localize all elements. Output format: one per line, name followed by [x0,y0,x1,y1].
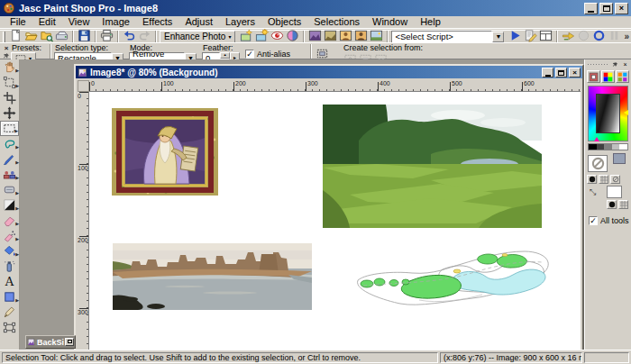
menu-selections[interactable]: Selections [307,16,366,28]
flyout-arrow-icon[interactable]: ▶ [15,221,19,226]
flyout-arrow-icon[interactable]: ▶ [15,83,19,88]
flyout-arrow-icon[interactable]: ▶ [15,68,19,73]
bg-color-style-button[interactable] [607,200,617,209]
palette-grip[interactable] [587,63,609,67]
freehand-selection-tool-icon[interactable]: ▶ [0,136,19,151]
menu-view[interactable]: View [62,16,96,28]
flyout-arrow-icon[interactable]: ▶ [15,297,19,303]
landscape-sample-icon[interactable] [369,29,384,42]
pen-tool-icon[interactable] [0,305,19,320]
texture-style-button[interactable] [599,175,608,184]
transparent-style-button[interactable] [610,175,620,184]
menu-layers[interactable]: Layers [219,16,261,28]
doc-close-button[interactable]: × [569,68,581,77]
flyout-arrow-icon[interactable]: ▶ [15,144,19,150]
mover-tool-icon[interactable] [0,105,19,121]
minimized-window-backsi[interactable]: BackSi [25,335,76,349]
palette-close-icon[interactable]: × [621,60,629,68]
crop-tool-icon[interactable] [0,90,19,105]
portrait-sample-2-icon[interactable] [353,29,369,42]
flood-fill-tool-icon[interactable]: ▶ [0,243,19,259]
foreground-material[interactable] [588,155,608,172]
pin-icon[interactable] [3,52,10,59]
scratch-remover-tool-icon[interactable]: ▶ [0,228,19,243]
selection-tool-icon[interactable]: ▶ [0,121,19,136]
menu-image[interactable]: Image [96,16,136,28]
background-properties-box[interactable] [607,186,622,198]
background-material[interactable] [613,153,626,164]
new-file-icon[interactable] [8,29,23,42]
rainbow-tab[interactable] [601,70,615,83]
saturation-box[interactable] [596,94,620,133]
dodge-burn-tool-icon[interactable]: ▶ [0,197,19,213]
undo-icon[interactable] [122,29,137,42]
custom-selection-icon[interactable] [315,47,330,60]
paint-brush-tool-icon[interactable]: ▶ [0,151,19,167]
flyout-arrow-icon[interactable]: ▶ [15,159,19,165]
menu-file[interactable]: File [4,16,32,28]
browse-icon[interactable] [39,29,54,42]
flyout-arrow-icon[interactable]: ▶ [15,205,19,211]
red-eye-removal-icon[interactable] [270,29,285,42]
toolbar-grip[interactable] [3,32,5,42]
preset-shape-tool-icon[interactable]: ▶ [0,289,19,305]
deform-tool-icon[interactable]: ▶ [0,75,19,90]
run-saved-script-icon[interactable] [561,29,576,42]
all-tools-checkbox[interactable]: ✓ [589,216,598,225]
minimize-button[interactable] [584,3,598,14]
airbrush-tool-icon[interactable] [0,259,19,274]
menu-effects[interactable]: Effects [136,16,178,28]
record-script-icon[interactable] [591,29,607,42]
open-folder-icon[interactable] [23,29,39,42]
flyout-arrow-icon[interactable]: ▶ [14,128,18,133]
grayscale-strip[interactable] [588,143,628,150]
automatic-color-balance-icon[interactable] [254,29,270,42]
script-select-dropdown-button[interactable]: ▼ [492,32,504,42]
twain-acquire-icon[interactable] [54,29,69,42]
antialias-checkbox[interactable]: ✓ [245,50,254,59]
color-picker[interactable] [588,86,628,141]
menu-edit[interactable]: Edit [32,16,62,28]
purple-frame-sample-icon[interactable] [307,29,323,42]
image-window[interactable]: Image8* @ 80% (Background) × 01002003004… [74,64,584,350]
menu-adjust[interactable]: Adjust [178,16,219,28]
edit-script-icon[interactable] [523,29,538,42]
menu-help[interactable]: Help [414,16,447,28]
menu-objects[interactable]: Objects [261,16,307,28]
doc-minimize-button[interactable] [542,68,553,77]
script-output-icon[interactable] [538,29,553,42]
doc-maximize-button[interactable] [555,68,567,77]
script-select-combo[interactable]: <Select Script> [391,31,492,43]
menu-window[interactable]: Window [366,16,414,28]
color-style-button[interactable] [587,175,597,184]
clone-brush-tool-icon[interactable]: ▶ [0,167,19,182]
flyout-arrow-icon[interactable]: ▶ [15,251,19,257]
portrait-sample-1-icon[interactable] [338,29,353,42]
swatches-tab[interactable] [616,70,629,83]
color-replacer-tool-icon[interactable]: ▶ [0,182,19,197]
minimized-restore-button[interactable] [65,338,74,346]
print-icon[interactable] [99,29,114,42]
texture-sample-icon[interactable] [323,29,338,42]
eraser-tool-icon[interactable]: ▶ [0,213,19,228]
pan-tool-icon[interactable]: ▶ [0,59,19,75]
run-script-icon[interactable] [508,29,523,42]
image-canvas[interactable] [89,92,581,350]
enhance-photo-button[interactable]: Enhance Photo ▾ [160,31,235,43]
palette-pin-icon[interactable] [611,60,619,68]
image-window-titlebar[interactable]: Image8* @ 80% (Background) × [76,66,582,78]
flyout-arrow-icon[interactable]: ▶ [15,175,19,180]
object-selector-tool-icon[interactable] [0,320,19,335]
text-tool-icon[interactable]: A [0,274,19,289]
swap-colors-icon[interactable]: ⤡ [590,187,596,197]
flyout-arrow-icon[interactable]: ▶ [15,190,19,196]
toolbar-overflow-chevron[interactable]: » [624,32,629,41]
frame-tab[interactable] [587,70,600,83]
flyout-arrow-icon[interactable]: ▶ [15,236,19,241]
save-icon[interactable] [77,29,92,42]
close-button[interactable]: × [615,3,628,14]
one-step-photo-fix-icon[interactable] [239,29,254,42]
bg-texture-style-button[interactable] [618,200,628,209]
fade-correction-icon[interactable] [285,29,300,42]
options-close-icon[interactable]: × [5,45,9,51]
